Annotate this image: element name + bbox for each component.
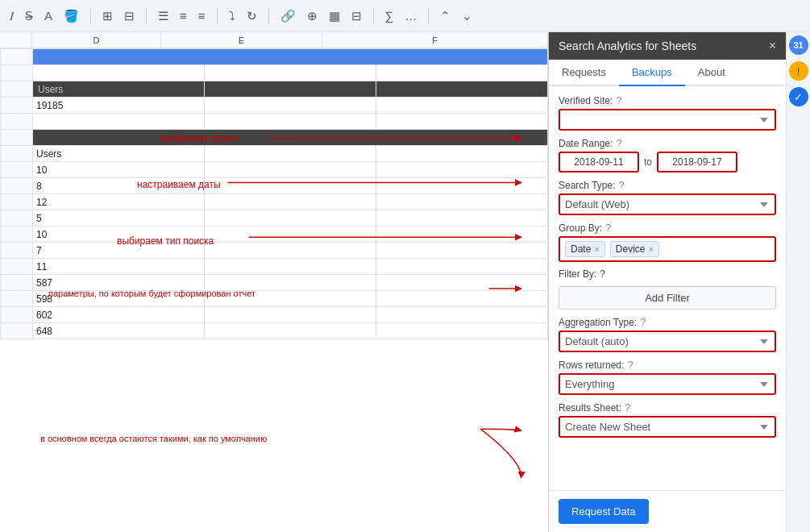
table-cell[interactable]	[376, 146, 548, 162]
table-cell[interactable]	[33, 114, 205, 130]
tag-date-remove-icon[interactable]: ×	[594, 244, 599, 254]
table-cell[interactable]	[376, 307, 548, 323]
table-cell[interactable]	[205, 275, 376, 291]
search-console-icon[interactable]: ✓	[789, 87, 808, 106]
search-type-select[interactable]: Default (Web)	[559, 193, 776, 215]
table-cell[interactable]	[376, 291, 548, 307]
group-by-box[interactable]: Date × Device ×	[559, 236, 776, 262]
rows-returned-select[interactable]: Everything	[559, 373, 776, 395]
table-cell[interactable]	[205, 194, 376, 210]
date-from-input[interactable]	[559, 152, 639, 172]
aggregation-select[interactable]: Default (auto)	[559, 330, 776, 352]
rows-returned-help-icon[interactable]: ?	[627, 359, 633, 371]
table-cell[interactable]	[205, 162, 376, 178]
verified-site-help-icon[interactable]: ?	[616, 94, 621, 106]
align-left-icon[interactable]: ☰	[155, 7, 172, 25]
table-cell[interactable]	[205, 243, 376, 259]
tab-backups[interactable]: Backups	[619, 60, 685, 86]
more-icon[interactable]: …	[401, 7, 420, 24]
align-center-icon[interactable]: ≡	[177, 7, 190, 24]
grid-icon[interactable]: ⊟	[121, 7, 138, 25]
italic-icon[interactable]: 𝐼	[6, 7, 17, 25]
table-cell[interactable]	[376, 227, 548, 243]
table-cell[interactable]	[376, 259, 548, 275]
rotate-icon[interactable]: ↻	[243, 7, 260, 25]
results-sheet-help-icon[interactable]: ?	[625, 401, 630, 414]
notification-icon[interactable]: !	[789, 61, 808, 81]
search-type-help-icon[interactable]: ?	[619, 179, 625, 191]
filter-by-help-icon[interactable]: ?	[600, 268, 605, 280]
table-cell[interactable]: 648	[33, 323, 205, 339]
chart-icon[interactable]: ▦	[326, 7, 343, 25]
add-filter-button[interactable]: Add Filter	[559, 286, 776, 310]
results-sheet-select[interactable]: Create New Sheet	[559, 416, 776, 438]
group-by-tag-device[interactable]: Device ×	[610, 241, 659, 257]
table-cell[interactable]: 12	[33, 194, 205, 210]
expand-icon[interactable]: ⌃	[437, 7, 454, 25]
table-cell[interactable]	[33, 65, 205, 81]
group-by-help-icon[interactable]: ?	[605, 222, 611, 234]
date-range-help-icon[interactable]: ?	[616, 137, 621, 149]
table-cell[interactable]	[376, 243, 548, 259]
collapse-icon[interactable]: ⌄	[459, 7, 476, 25]
table-cell[interactable]	[376, 323, 548, 339]
table-cell[interactable]	[376, 210, 548, 227]
col-header-d[interactable]: D	[32, 32, 161, 48]
table-cell[interactable]: 11	[33, 259, 205, 275]
filter-icon[interactable]: ⊟	[348, 7, 365, 25]
table-cell[interactable]: 10	[33, 162, 205, 178]
table-cell[interactable]	[376, 162, 548, 178]
text-icon[interactable]: A	[41, 7, 56, 24]
table-cell[interactable]: Users	[33, 81, 205, 98]
table-cell[interactable]	[205, 291, 376, 307]
group-by-tag-date[interactable]: Date ×	[565, 241, 605, 257]
table-cell[interactable]	[376, 114, 548, 130]
link-icon[interactable]: 🔗	[277, 7, 299, 25]
col-header-e[interactable]: E	[161, 32, 322, 48]
date-to-input[interactable]	[657, 152, 737, 172]
strikethrough-icon[interactable]: S̶	[22, 7, 36, 25]
tag-device-remove-icon[interactable]: ×	[648, 244, 653, 254]
align-right-icon[interactable]: ≡	[195, 7, 209, 24]
col-header-f[interactable]: F	[322, 32, 548, 48]
tab-about[interactable]: About	[685, 60, 738, 86]
table-cell[interactable]	[205, 146, 376, 162]
paint-bucket-icon[interactable]: 🪣	[60, 7, 82, 25]
table-cell[interactable]: 19185	[33, 98, 205, 114]
tab-requests[interactable]: Requests	[549, 60, 619, 86]
table-cell[interactable]	[33, 130, 548, 146]
comment-icon[interactable]: ⊕	[304, 7, 321, 25]
table-cell[interactable]	[205, 210, 376, 227]
table-cell[interactable]	[205, 259, 376, 275]
table-cell[interactable]	[205, 178, 376, 194]
table-cell[interactable]: 602	[33, 307, 205, 323]
table-icon[interactable]: ⊞	[99, 7, 116, 25]
request-data-button[interactable]: Request Data	[559, 499, 649, 524]
table-cell[interactable]: 5	[33, 210, 205, 227]
verified-site-select[interactable]	[559, 109, 776, 131]
table-cell[interactable]	[205, 65, 376, 81]
table-cell[interactable]: 598	[33, 291, 205, 307]
table-cell[interactable]	[376, 194, 548, 210]
table-cell[interactable]: 10	[33, 227, 205, 243]
table-cell[interactable]	[205, 81, 376, 98]
table-cell[interactable]	[205, 227, 376, 243]
table-cell[interactable]	[376, 81, 548, 98]
table-cell[interactable]	[33, 49, 548, 65]
table-cell[interactable]	[376, 275, 548, 291]
aggregation-help-icon[interactable]: ?	[640, 316, 646, 328]
table-cell[interactable]	[205, 307, 376, 323]
table-cell[interactable]	[376, 178, 548, 194]
table-cell[interactable]: 7	[33, 243, 205, 259]
calendar-icon[interactable]: 31	[789, 35, 808, 55]
wrap-icon[interactable]: ⤵	[226, 7, 239, 24]
table-cell[interactable]: 587	[33, 275, 205, 291]
table-cell[interactable]	[376, 98, 548, 114]
panel-close-button[interactable]: ×	[769, 39, 776, 53]
table-cell[interactable]: Users	[33, 146, 205, 162]
table-cell[interactable]	[376, 65, 548, 81]
table-cell[interactable]: 8	[33, 178, 205, 194]
table-cell[interactable]	[205, 114, 376, 130]
function-icon[interactable]: ∑	[382, 7, 397, 24]
table-cell[interactable]	[205, 323, 376, 339]
